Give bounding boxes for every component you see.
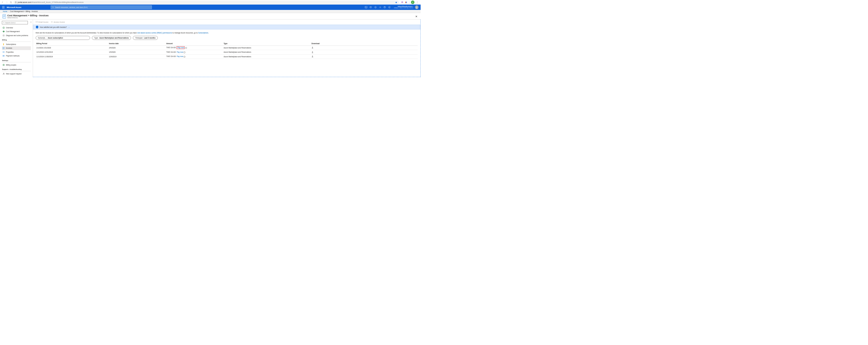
email-invoice-label: Email Invoice <box>38 21 48 23</box>
card-icon <box>3 55 5 57</box>
download-button[interactable] <box>312 56 417 58</box>
pay-now-link[interactable]: Pay now <box>177 51 183 53</box>
user-avatar-icon <box>415 5 419 9</box>
col-billing-period[interactable]: Billing Period <box>36 41 108 45</box>
pay-now-link[interactable]: Pay now <box>177 56 183 57</box>
reload-button[interactable] <box>9 1 12 4</box>
col-amount[interactable]: Amount <box>165 41 223 45</box>
menu-toggle-button[interactable] <box>2 6 5 8</box>
cell-download <box>311 45 418 50</box>
sidebar-item-billing-scopes[interactable]: Billing scopes <box>2 63 31 67</box>
sidebar-item-label: Subscriptions <box>6 43 16 45</box>
feedback-icon[interactable] <box>388 6 391 8</box>
target-icon <box>3 64 5 66</box>
filter-subscription[interactable]: Subscript... : Azure subscription <box>36 36 90 40</box>
section-support: Support + troubleshooting <box>2 69 31 70</box>
brand-label[interactable]: Microsoft Azure <box>7 6 22 8</box>
col-download[interactable]: Download <box>311 41 418 45</box>
person-key-icon <box>51 21 53 23</box>
chevron-right-icon: › <box>8 10 9 12</box>
address-bar[interactable]: portal.azure.com/#blade/Microsoft_Azure_… <box>13 1 399 4</box>
main-panel: Email Invoice Access Invoice i How satis… <box>33 20 421 77</box>
sidebar-item-overview[interactable]: Overview <box>2 26 31 30</box>
props-icon <box>3 51 5 53</box>
svg-point-37 <box>3 65 4 65</box>
sidebar-item-label: Payment methods <box>6 55 20 57</box>
cell-date: 1/9/2020 <box>108 50 165 55</box>
sidebar: « Overview$Cost ManagementDiagnose and s… <box>0 20 33 77</box>
toolbar: Email Invoice Access Invoice <box>33 20 420 25</box>
cell-date: 12/9/2019 <box>108 54 165 59</box>
download-button[interactable] <box>312 46 417 49</box>
cell-period: 11/1/2019-11/30/2019 <box>36 54 108 59</box>
collapse-sidebar-button[interactable]: « <box>31 21 32 23</box>
star-icon[interactable] <box>395 1 397 3</box>
extension-icon[interactable] <box>405 1 407 3</box>
pay-now-link[interactable]: Pay now <box>177 46 185 49</box>
svg-point-10 <box>389 6 390 8</box>
search-icon <box>3 22 5 24</box>
close-blade-button[interactable]: ✕ <box>415 14 418 19</box>
cell-type: Azure Marketplace and Reservations <box>223 45 311 50</box>
notifications-icon[interactable] <box>374 6 377 8</box>
browser-menu-icon[interactable]: ⋮ <box>416 1 418 4</box>
subscriptions-link[interactable]: Subscriptions <box>198 32 209 34</box>
browser-profile-avatar[interactable]: J <box>411 1 414 4</box>
extension-icon[interactable] <box>401 1 403 3</box>
sidebar-search-input[interactable] <box>5 22 27 24</box>
info-icon[interactable]: i <box>184 56 185 58</box>
filter-type[interactable]: Type : Azure Marketplace and Reservation… <box>92 36 131 40</box>
invoice-icon <box>3 47 5 49</box>
back-button[interactable] <box>1 1 4 4</box>
blade-header: Cost Management + Billing - Invoices Def… <box>0 13 421 19</box>
filter-row: Subscript... : Azure subscription Type :… <box>33 36 420 41</box>
key-icon <box>3 43 5 45</box>
col-invoice-date[interactable]: Invoice date <box>108 41 165 45</box>
sidebar-item-label: Diagnose and solve problems <box>6 35 28 36</box>
intro-text: Here are the invoices for subscriptions … <box>33 29 409 36</box>
svg-rect-6 <box>365 6 367 8</box>
sidebar-item-properties[interactable]: Properties <box>2 50 31 54</box>
sidebar-item-payment-methods[interactable]: Payment methods <box>2 54 31 58</box>
rbac-link[interactable]: role-based access control (RBAC) permiss… <box>137 32 172 34</box>
breadcrumb: Home › Cost Management + Billing - Invoi… <box>0 10 421 13</box>
cell-date: 2/9/2020 <box>108 45 165 50</box>
info-icon[interactable]: i <box>185 47 187 49</box>
directories-icon[interactable] <box>369 6 372 8</box>
sidebar-item-new-support-request[interactable]: New support request <box>2 72 31 76</box>
svg-rect-34 <box>3 56 5 56</box>
filter-timespan[interactable]: Timespan : Last 3 months <box>133 36 158 40</box>
table-row: 12/1/2019-12/31/20191/9/2020TWD 314.00 P… <box>36 50 418 55</box>
info-icon: i <box>36 26 38 28</box>
sidebar-item-invoices[interactable]: Invoices <box>2 46 31 50</box>
sidebar-item-cost-management[interactable]: $Cost Management <box>2 29 31 33</box>
user-directory: DEFAULT DIRECTORY (BILLTEST4... <box>394 7 414 9</box>
svg-rect-31 <box>4 51 4 53</box>
cost-icon: $ <box>3 31 5 33</box>
svg-point-13 <box>416 6 417 7</box>
forward-button[interactable] <box>5 1 8 4</box>
global-search-input[interactable] <box>55 6 151 8</box>
info-icon[interactable]: i <box>184 51 185 53</box>
sidebar-item-diagnose-and-solve-problems[interactable]: Diagnose and solve problems <box>2 33 31 37</box>
invoices-table: Billing Period Invoice date Amount Type … <box>36 41 418 59</box>
sidebar-item-label: New support request <box>6 73 22 75</box>
email-invoice-button[interactable]: Email Invoice <box>36 21 49 23</box>
svg-rect-24 <box>3 45 4 45</box>
global-search[interactable] <box>51 5 152 9</box>
user-account[interactable]: billtest456tw@outlook.c... DEFAULT DIREC… <box>394 5 419 9</box>
page-subtitle: Default Directory <box>7 17 49 19</box>
settings-icon[interactable] <box>379 6 381 8</box>
svg-point-5 <box>53 7 53 7</box>
cloud-shell-icon[interactable] <box>365 6 367 8</box>
help-icon[interactable]: ? <box>384 6 386 8</box>
breadcrumb-home[interactable]: Home <box>3 10 7 12</box>
feedback-link-icon[interactable]: → <box>68 26 70 28</box>
access-invoice-button[interactable]: Access Invoice <box>51 21 65 23</box>
svg-rect-33 <box>3 55 5 57</box>
sidebar-item-subscriptions[interactable]: Subscriptions <box>2 42 31 46</box>
download-button[interactable] <box>312 51 417 53</box>
col-type[interactable]: Type <box>223 41 311 45</box>
lock-icon <box>15 1 17 3</box>
sidebar-search[interactable] <box>2 21 28 24</box>
